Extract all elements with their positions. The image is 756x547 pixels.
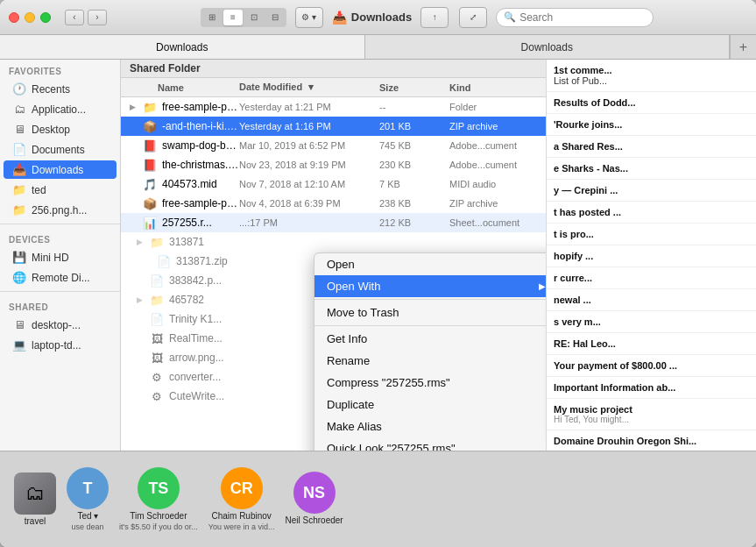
ctx-quick-look[interactable]: Quick Look "257255.rms" [314, 437, 546, 451]
maximize-button[interactable] [40, 12, 51, 23]
sidebar-item-downloads[interactable]: 📥 Downloads [4, 160, 117, 179]
tab-add-button[interactable]: + [730, 35, 756, 59]
file-name: -and-then-i-ki...-p396500.zip [162, 120, 239, 132]
sidebar-divider-2 [0, 291, 120, 292]
file-name: CuteWrite... [169, 390, 239, 402]
view-icon-column[interactable]: ⊡ [244, 10, 264, 25]
sidebar-item-applications[interactable]: 🗂 Applicatio... [4, 100, 117, 118]
mail-sender: e Sharks - Nas... [554, 163, 749, 174]
back-button[interactable]: ‹ [65, 10, 84, 25]
file-row-context-target[interactable]: 📊 257255.r... ...:17 PM 212 KB Sheet...o… [121, 213, 546, 232]
file-name: arrow.png... [169, 352, 239, 364]
view-icon-grid[interactable]: ⊞ [202, 10, 222, 25]
laptop-icon: 💻 [12, 338, 26, 352]
mail-item[interactable]: My music project Hi Ted, You might... [547, 399, 756, 430]
dock-name-chaim: Chaim Rubinov [211, 511, 271, 521]
mail-item[interactable]: t has posted ... [547, 202, 756, 224]
ctx-move-trash-label: Move to Trash [327, 306, 399, 319]
mail-item[interactable]: Important Information ab... [547, 377, 756, 399]
sidebar-item-laptop[interactable]: 💻 laptop-td... [4, 336, 117, 354]
expand-icon[interactable]: ▶ [130, 103, 140, 111]
file-row[interactable]: 🎵 404573.mid Nov 7, 2018 at 12:10 AM 7 K… [121, 174, 546, 194]
ctx-open-with[interactable]: Open With ▶ 🎵 SheetMusicNow Viewer.app (… [314, 275, 546, 297]
mail-item[interactable]: r curre... [547, 267, 756, 289]
tab-downloads-2[interactable]: Downloads [365, 35, 731, 59]
sidebar-item-desktop2[interactable]: 🖥 desktop-... [4, 316, 117, 334]
mail-sender: 'Rourke joins... [554, 119, 749, 130]
close-button[interactable] [9, 12, 19, 23]
dock-travel-folder[interactable]: 🗂 travel [14, 472, 56, 526]
sidebar-label-recents: Recents [32, 83, 70, 96]
ctx-get-info[interactable]: Get Info [314, 328, 546, 350]
expand-icon[interactable]: ▶ [137, 238, 147, 246]
mail-item[interactable]: Results of Dodd... [547, 92, 756, 114]
sidebar-label-minihd: Mini HD [32, 252, 69, 264]
mail-item[interactable]: e Sharks - Nas... [547, 158, 756, 180]
devices-header: Devices [0, 228, 120, 247]
dock-user-tim[interactable]: TS Tim Schroeder it's $5.50 if you do or… [119, 467, 198, 531]
ctx-move-trash[interactable]: Move to Trash [314, 302, 546, 323]
mail-item[interactable]: t is pro... [547, 224, 756, 245]
sidebar-item-documents[interactable]: 📄 Documents [4, 140, 117, 159]
sidebar-item-ted[interactable]: 📁 ted [4, 181, 117, 199]
mail-item[interactable]: Your payment of $800.00 ... [547, 355, 756, 377]
file-row[interactable]: ▶ 📁 313871 [121, 232, 546, 252]
mail-item[interactable]: RE: Hal Leo... [547, 333, 756, 355]
file-row[interactable]: ▶ 📁 free-sample-p313871 Yesterday at 1:2… [121, 97, 546, 117]
avatar-tim: TS [138, 467, 180, 509]
mail-item[interactable]: Domaine Drouhin Oregon Shi... [547, 430, 756, 451]
dock-user-ted[interactable]: T Ted ▾ use dean [67, 467, 109, 531]
sidebar-item-desktop[interactable]: 🖥 Desktop [4, 120, 117, 139]
ctx-get-info-label: Get Info [327, 332, 367, 345]
ctx-make-alias[interactable]: Make Alias [314, 416, 546, 437]
mail-item[interactable]: a Shared Res... [547, 136, 756, 158]
file-name: 313871.zip [176, 255, 239, 267]
minimize-button[interactable] [25, 12, 35, 23]
view-icon-list[interactable]: ≡ [223, 10, 243, 25]
ctx-sep2 [314, 325, 546, 326]
ctx-rename[interactable]: Rename [314, 350, 546, 372]
date-header-label: Date Modified [239, 82, 302, 92]
file-name: free-sample-p313871.zip [162, 197, 239, 210]
sidebar-label-laptop: laptop-td... [32, 339, 81, 352]
sidebar-item-recents[interactable]: 🕐 Recents [4, 80, 117, 98]
shared-header: Shared [0, 295, 120, 315]
file-row[interactable]: 📦 -and-then-i-ki...-p396500.zip Yesterda… [121, 117, 546, 136]
view-icon-gallery[interactable]: ⊟ [265, 10, 285, 25]
mail-item[interactable]: hopify ... [547, 245, 756, 267]
file-row[interactable]: 📕 swamp-dog-b...-p451663.pdf Mar 10, 201… [121, 136, 546, 155]
sidebar-item-minihd[interactable]: 💾 Mini HD [4, 248, 117, 266]
sidebar-label-documents: Documents [32, 144, 85, 156]
mail-item[interactable]: y — Crepini ... [547, 180, 756, 202]
ctx-open[interactable]: Open [314, 253, 546, 275]
search-input[interactable] [519, 11, 651, 24]
action-menu-button[interactable]: ⚙ ▾ [295, 7, 323, 28]
mail-sender: t has posted ... [554, 207, 749, 217]
search-bar[interactable]: 🔍 [496, 8, 654, 27]
mail-item[interactable]: 1st comme... List of Pub... [547, 60, 756, 92]
sidebar-label-remotedi: Remote Di... [32, 272, 90, 284]
dock-user-neil[interactable]: NS Neil Schroeder [286, 472, 343, 527]
expand-icon[interactable]: ▶ [137, 295, 147, 304]
applications-icon: 🗂 [12, 103, 26, 116]
forward-button[interactable]: › [88, 10, 107, 25]
file-row[interactable]: 📕 the-christmas...e-p404417.pdf Nov 23, … [121, 155, 546, 174]
dock-label-tim: it's $5.50 if you do or... [119, 522, 198, 531]
share-button[interactable]: ↑ [420, 7, 449, 28]
mail-item[interactable]: 'Rourke joins... [547, 114, 756, 136]
mail-item[interactable]: newal ... [547, 289, 756, 311]
avatar-neil: NS [293, 472, 336, 514]
ted-folder-icon: 📁 [12, 183, 26, 196]
dock-user-chaim[interactable]: CR Chaim Rubinov You were in a vid... [208, 467, 275, 531]
ctx-duplicate[interactable]: Duplicate [314, 394, 546, 416]
sidebar-label-256png: 256.png.h... [32, 204, 87, 217]
tab-downloads-1[interactable]: Downloads [0, 35, 365, 59]
sidebar-divider-1 [0, 224, 120, 224]
mail-item[interactable]: s very m... [547, 311, 756, 333]
sidebar-item-remotedi[interactable]: 🌐 Remote Di... [4, 268, 117, 287]
file-row[interactable]: 📦 free-sample-p313871.zip Nov 4, 2018 at… [121, 194, 546, 213]
ctx-compress[interactable]: Compress "257255.rms" [314, 372, 546, 394]
arrange-button[interactable]: ⤢ [459, 7, 487, 28]
file-date: Yesterday at 1:21 PM [239, 102, 379, 112]
sidebar-item-256png[interactable]: 📁 256.png.h... [4, 201, 117, 219]
